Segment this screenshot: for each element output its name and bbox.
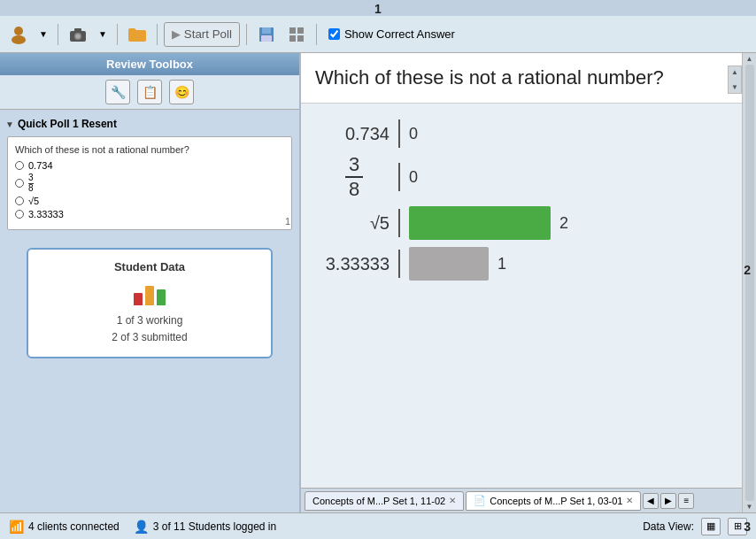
show-correct-label[interactable]: Show Correct Answer xyxy=(328,27,455,41)
separator-1 xyxy=(58,24,58,45)
fraction-denominator: 8 xyxy=(28,184,34,193)
option-2-fraction: 3 8 xyxy=(28,173,34,193)
separator-2 xyxy=(117,24,118,45)
start-poll-button[interactable]: ▶ Start Poll xyxy=(164,22,240,47)
tabs-bar: Concepts of M...P Set 1, 11-02 ✕ 📄 Conce… xyxy=(301,488,756,512)
student-data-card: Student Data 1 of 3 working 2 of 3 submi… xyxy=(27,248,273,358)
right-panel: Which of these is not a rational number?… xyxy=(301,53,756,512)
poll-preview-wrapper: Which of these is not a rational number?… xyxy=(5,136,294,230)
student-data-stats: 1 of 3 working 2 of 3 submitted xyxy=(39,312,260,346)
question-area: Which of these is not a rational number?… xyxy=(301,53,756,104)
smiley-icon-button[interactable]: 😊 xyxy=(169,80,194,104)
sqrt5-display: √5 xyxy=(370,213,390,233)
collapse-button[interactable]: ▼ xyxy=(5,119,14,129)
tab-2-label: Concepts of M...P Set 1, 03-01 xyxy=(490,496,622,506)
answer-row-1: 0.734 0 xyxy=(319,119,738,148)
right-scroll-up[interactable]: ▲ xyxy=(746,55,753,63)
save-icon xyxy=(257,25,276,44)
folder-button[interactable] xyxy=(124,20,150,49)
table-icon: ▦ xyxy=(706,520,715,532)
svg-point-0 xyxy=(14,27,23,35)
tab-next-button[interactable]: ▶ xyxy=(660,493,676,509)
tab-1[interactable]: Concepts of M...P Set 1, 11-02 ✕ xyxy=(305,491,464,511)
right-scroll-down[interactable]: ▼ xyxy=(746,503,753,511)
answer-label-2: 3 8 xyxy=(319,155,390,199)
radio-4 xyxy=(15,210,24,219)
question-scrollbar[interactable]: ▲ ▼ xyxy=(728,65,742,94)
working-stat: 1 of 3 working xyxy=(39,312,260,329)
answer-area: 0.734 0 3 8 0 √5 xyxy=(301,104,756,488)
bar-1 xyxy=(134,293,143,305)
svg-point-1 xyxy=(12,35,26,44)
poll-preview-card: Which of these is not a rational number?… xyxy=(7,136,292,230)
poll-section: ▼ Quick Poll 1 Resent Which of these is … xyxy=(0,110,299,239)
answer-row-3: √5 2 xyxy=(319,206,738,240)
answer-label-1: 0.734 xyxy=(319,124,390,144)
status-bar: 📶 4 clients connected 👤 3 of 11 Students… xyxy=(0,512,756,539)
student-data-title: Student Data xyxy=(39,260,260,273)
play-icon: ▶ xyxy=(172,27,181,41)
answer-bar-4-gray xyxy=(409,247,489,281)
option-1-text: 0.734 xyxy=(28,160,53,171)
fraction-3-8: 3 8 xyxy=(319,155,390,199)
grid-button[interactable] xyxy=(283,20,310,49)
answer-label-4: 3.33333 xyxy=(319,254,390,274)
answer-count-1: 0 xyxy=(409,125,427,143)
wrench-icon-button[interactable]: 🔧 xyxy=(105,80,130,104)
poll-option-1: 0.734 xyxy=(15,160,284,171)
option-4-text: 3.33333 xyxy=(28,209,64,219)
save-button[interactable] xyxy=(253,20,280,49)
person-icon: 👤 xyxy=(134,520,149,534)
right-scroll-thumb xyxy=(745,65,754,501)
separator-4 xyxy=(246,24,247,45)
tab-prev-button[interactable]: ◀ xyxy=(643,493,659,509)
clients-status: 📶 4 clients connected xyxy=(9,520,120,534)
camera-dropdown-button[interactable]: ▼ xyxy=(95,20,111,49)
toolbox-icons-bar: 🔧 📋 😊 xyxy=(0,75,299,110)
answer-count-2: 0 xyxy=(409,168,427,187)
poll-option-3: √5 xyxy=(15,196,284,206)
user-icon-button[interactable] xyxy=(5,20,32,49)
radio-1 xyxy=(15,161,24,170)
answer-bar-3-green xyxy=(409,206,551,240)
dropdown-arrow-button[interactable]: ▼ xyxy=(35,20,51,49)
dropdown-arrow-icon: ▼ xyxy=(39,29,48,39)
right-scrollbar[interactable]: ▲ ▼ xyxy=(742,53,756,512)
answer-divider-3 xyxy=(398,209,400,237)
poll-header: ▼ Quick Poll 1 Resent xyxy=(5,115,294,133)
bar-2 xyxy=(145,286,154,305)
slide-number: 1 xyxy=(285,216,290,227)
tab-2[interactable]: 📄 Concepts of M...P Set 1, 03-01 ✕ xyxy=(466,491,641,511)
side-label-3: 3 xyxy=(744,520,751,534)
copy-icon-button[interactable]: 📋 xyxy=(137,80,162,104)
tab-1-label: Concepts of M...P Set 1, 11-02 xyxy=(312,496,445,506)
left-panel: Review Toolbox 🔧 📋 😊 ▼ Quick Poll 1 Rese… xyxy=(0,53,301,512)
scroll-down-arrow[interactable]: ▼ xyxy=(731,83,738,91)
data-view-label: Data View: xyxy=(643,520,694,533)
tab-menu-button[interactable]: ≡ xyxy=(678,493,694,509)
fraction-den: 8 xyxy=(345,178,363,199)
fraction-num: 3 xyxy=(345,155,363,178)
wrench-icon: 🔧 xyxy=(111,85,126,99)
main-area: Review Toolbox 🔧 📋 😊 ▼ Quick Poll 1 Rese… xyxy=(0,53,756,512)
camera-button[interactable] xyxy=(65,20,91,49)
copy-icon: 📋 xyxy=(143,85,158,99)
answer-count-4: 1 xyxy=(498,255,515,273)
camera-icon xyxy=(68,25,88,44)
wifi-icon: 📶 xyxy=(9,520,24,534)
scroll-up-arrow[interactable]: ▲ xyxy=(731,68,738,76)
question-text: Which of these is not a rational number? xyxy=(315,65,728,91)
answer-row-2: 3 8 0 xyxy=(319,155,738,199)
data-view-table-button[interactable]: ▦ xyxy=(701,518,721,535)
folder-icon xyxy=(127,25,147,44)
bar-chart-icon xyxy=(132,281,167,305)
smiley-icon: 😊 xyxy=(174,85,189,99)
show-correct-checkbox[interactable] xyxy=(328,28,340,40)
clients-text: 4 clients connected xyxy=(28,520,120,533)
answer-divider-1 xyxy=(398,119,400,148)
svg-rect-8 xyxy=(261,35,272,42)
tab-2-close[interactable]: ✕ xyxy=(626,496,633,505)
tab-1-close[interactable]: ✕ xyxy=(449,496,456,505)
camera-dropdown-icon: ▼ xyxy=(98,29,107,39)
poll-option-2: 3 8 xyxy=(15,173,284,193)
